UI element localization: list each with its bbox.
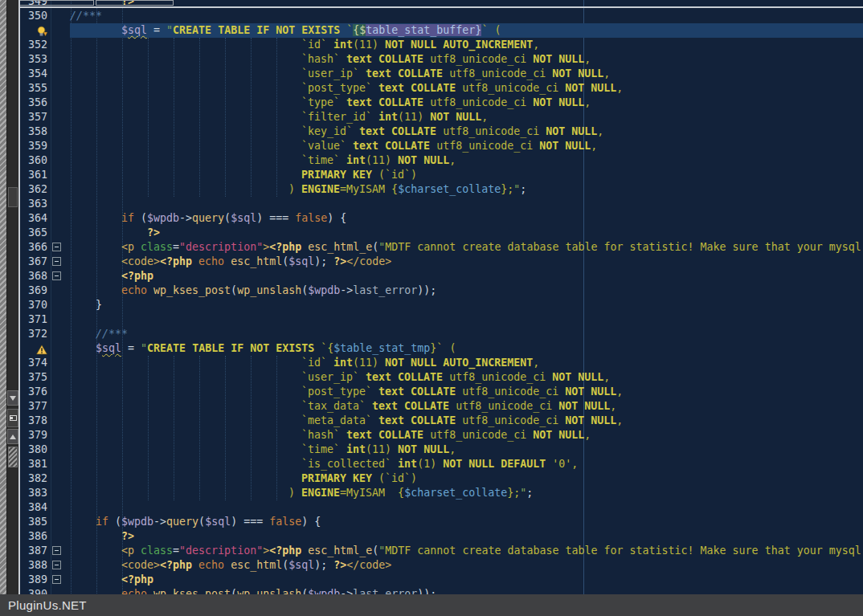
line-number: 376 <box>20 385 47 399</box>
fold-collapse-marker[interactable] <box>52 257 61 266</box>
warning-icon[interactable] <box>36 343 47 354</box>
fold-collapse-marker[interactable] <box>52 575 61 584</box>
line-number: 388 <box>20 558 47 573</box>
scroll-down-button[interactable] <box>7 390 18 406</box>
line-number: 370 <box>20 298 47 312</box>
code-text: if ($wpdb->query($sql) === false) { <box>96 515 321 529</box>
line-number: 375 <box>20 370 47 385</box>
code-line-380[interactable]: 380`time` int(11) NOT NULL, <box>20 443 863 457</box>
outer-vertical-scrollbar[interactable] <box>6 0 18 594</box>
code-line-358[interactable]: 358`key_id` text COLLATE utf8_unicode_ci… <box>20 124 863 139</box>
line-number: 390 <box>20 587 47 594</box>
code-line-388[interactable]: 388<code><?php echo esc_html($sql); ?></… <box>20 558 863 573</box>
code-text: `post_type` text COLLATE utf8_unicode_ci… <box>301 385 623 399</box>
code-line-389[interactable]: 389<?php <box>20 573 863 587</box>
code-line-375[interactable]: 375`user_ip` text COLLATE utf8_unicode_c… <box>20 370 863 385</box>
scrollbar-thumb[interactable] <box>8 187 18 207</box>
code-line-370[interactable]: 370} <box>20 298 863 312</box>
code-line-351[interactable]: $sql = "CREATE TABLE IF NOT EXISTS `{$ta… <box>20 23 863 38</box>
code-line-382[interactable]: 382PRIMARY KEY (`id`) <box>20 471 863 486</box>
code-line-354[interactable]: 354`user_ip` text COLLATE utf8_unicode_c… <box>20 67 863 81</box>
code-text: <code><?php echo esc_html($sql); ?></cod… <box>121 255 391 269</box>
code-text: `type` text COLLATE utf8_unicode_ci NOT … <box>301 96 591 110</box>
line-number: 356 <box>20 96 47 110</box>
code-line-372[interactable]: 372//*** <box>20 327 863 341</box>
line-number: 364 <box>20 211 47 226</box>
pane-splitter-button[interactable] <box>7 409 18 427</box>
code-text: `post_type` text COLLATE utf8_unicode_ci… <box>301 81 623 96</box>
code-line-374[interactable]: 374`id` int(11) NOT NULL AUTO_INCREMENT, <box>20 356 863 370</box>
code-line-367[interactable]: 367<code><?php echo esc_html($sql); ?></… <box>20 255 863 269</box>
code-line-376[interactable]: 376`post_type` text COLLATE utf8_unicode… <box>20 385 863 399</box>
code-text: `hash` text COLLATE utf8_unicode_ci NOT … <box>301 52 591 67</box>
code-line-373[interactable]: $sql = "CREATE TABLE IF NOT EXISTS `{$ta… <box>20 341 863 356</box>
watermark-text: PluginUs.NET <box>8 598 87 612</box>
code-editor[interactable]: 349?>350//***$sql = "CREATE TABLE IF NOT… <box>20 0 863 594</box>
fold-collapse-marker[interactable] <box>52 546 61 555</box>
code-line-379[interactable]: 379`hash` text COLLATE utf8_unicode_ci N… <box>20 428 863 443</box>
code-text: echo wp_kses_post(wp_unslash($wpdb->last… <box>121 284 436 298</box>
code-line-366[interactable]: 366<p class="description"><?php esc_html… <box>20 240 863 255</box>
code-line-371[interactable]: 371 <box>20 312 863 327</box>
line-number: 386 <box>20 529 47 544</box>
code-line-369[interactable]: 369echo wp_kses_post(wp_unslash($wpdb->l… <box>20 284 863 298</box>
outer-background-texture <box>0 0 6 594</box>
scroll-up-button[interactable] <box>7 429 18 444</box>
line-number: 380 <box>20 443 47 457</box>
top-separator-line <box>20 6 863 8</box>
code-line-384[interactable]: 384 <box>20 500 863 515</box>
fold-collapse-marker[interactable] <box>52 271 61 280</box>
code-text: PRIMARY KEY (`id`) <box>301 471 417 486</box>
screenshot-root: 349?>350//***$sql = "CREATE TABLE IF NOT… <box>0 0 863 616</box>
code-line-359[interactable]: 359`value` text COLLATE utf8_unicode_ci … <box>20 139 863 153</box>
code-line-360[interactable]: 360`time` int(11) NOT NULL, <box>20 153 863 168</box>
code-text: `time` int(11) NOT NULL, <box>301 443 456 457</box>
code-line-377[interactable]: 377`tax_data` text COLLATE utf8_unicode_… <box>20 399 863 414</box>
code-text: `user_ip` text COLLATE utf8_unicode_ci N… <box>301 370 610 385</box>
code-line-390[interactable]: 390echo wp_kses_post(wp_unslash($wpdb->l… <box>20 587 863 594</box>
code-line-355[interactable]: 355`post_type` text COLLATE utf8_unicode… <box>20 81 863 96</box>
line-number: 367 <box>20 255 47 269</box>
code-line-362[interactable]: 362) ENGINE=MyISAM {$charset_collate};"; <box>20 182 863 197</box>
line-number: 384 <box>20 500 47 515</box>
line-number: 368 <box>20 269 47 284</box>
line-number: 355 <box>20 81 47 96</box>
code-text: ?> <box>121 529 134 544</box>
code-text: <p class="description"><?php esc_html_e(… <box>121 544 861 558</box>
line-number: 372 <box>20 327 47 341</box>
line-number: 363 <box>20 197 47 211</box>
code-line-350[interactable]: 350//*** <box>20 9 863 23</box>
code-line-383[interactable]: 383) ENGINE=MyISAM {$charset_collate};"; <box>20 486 863 500</box>
code-line-381[interactable]: 381`is_collected` int(1) NOT NULL DEFAUL… <box>20 457 863 471</box>
code-line-357[interactable]: 357`filter_id` int(11) NOT NULL, <box>20 110 863 124</box>
line-number: 383 <box>20 486 47 500</box>
line-number: 378 <box>20 414 47 428</box>
code-line-368[interactable]: 368<?php <box>20 269 863 284</box>
code-text: } <box>96 298 102 312</box>
fold-collapse-marker[interactable] <box>52 243 61 251</box>
code-line-365[interactable]: 365?> <box>20 226 863 240</box>
code-line-364[interactable]: 364if ($wpdb->query($sql) === false) { <box>20 211 863 226</box>
line-number: 357 <box>20 110 47 124</box>
code-text: ) ENGINE=MyISAM {$charset_collate};"; <box>288 182 526 197</box>
code-line-356[interactable]: 356`type` text COLLATE utf8_unicode_ci N… <box>20 96 863 110</box>
line-number: 353 <box>20 52 47 67</box>
line-number: 358 <box>20 124 47 139</box>
code-text: `key_id` text COLLATE utf8_unicode_ci NO… <box>301 124 603 139</box>
lightbulb-warning-icon[interactable] <box>36 25 47 36</box>
code-text: if ($wpdb->query($sql) === false) { <box>121 211 346 226</box>
scrollbar-thumb-hatched[interactable] <box>8 447 18 467</box>
code-line-361[interactable]: 361PRIMARY KEY (`id`) <box>20 168 863 182</box>
code-line-352[interactable]: 352`id` int(11) NOT NULL AUTO_INCREMENT, <box>20 38 863 52</box>
code-line-386[interactable]: 386?> <box>20 529 863 544</box>
code-line-385[interactable]: 385if ($wpdb->query($sql) === false) { <box>20 515 863 529</box>
code-line-378[interactable]: 378`meta_data` text COLLATE utf8_unicode… <box>20 414 863 428</box>
code-line-363[interactable]: 363 <box>20 197 863 211</box>
fold-collapse-marker[interactable] <box>52 561 61 569</box>
code-text: ?> <box>147 226 160 240</box>
code-text: `is_collected` int(1) NOT NULL DEFAULT '… <box>301 457 578 471</box>
line-number: 352 <box>20 38 47 52</box>
code-line-387[interactable]: 387<p class="description"><?php esc_html… <box>20 544 863 558</box>
code-line-353[interactable]: 353`hash` text COLLATE utf8_unicode_ci N… <box>20 52 863 67</box>
code-text: `filter_id` int(11) NOT NULL, <box>301 110 488 124</box>
